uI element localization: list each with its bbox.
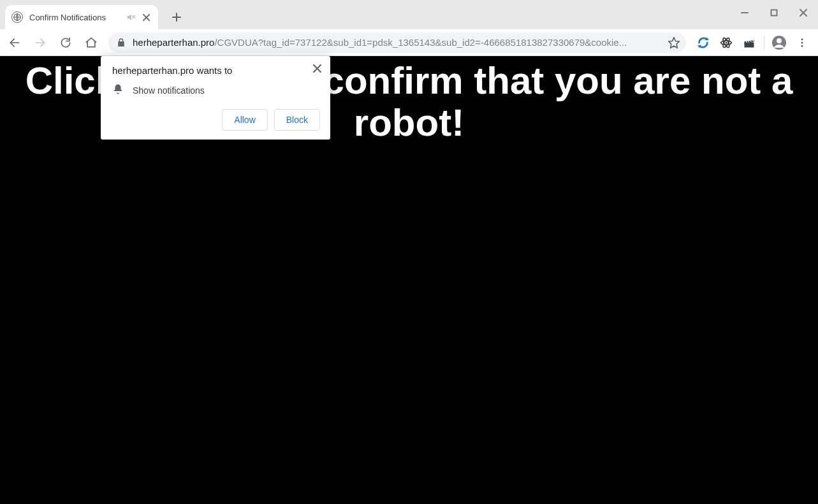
forward-button[interactable]: [29, 32, 51, 54]
popup-title: herheparterhan.pro wants to: [112, 65, 320, 76]
extension-atom-icon[interactable]: [715, 32, 737, 54]
reload-button[interactable]: [55, 32, 77, 54]
tab-close-button[interactable]: [140, 11, 152, 23]
back-button[interactable]: [4, 32, 26, 54]
popup-close-button[interactable]: [310, 61, 324, 75]
tab-title: Confirm Notifications: [29, 13, 125, 22]
bell-icon: [112, 83, 124, 97]
lock-icon[interactable]: [116, 38, 126, 48]
svg-rect-20: [745, 43, 754, 48]
toolbar-separator: [764, 36, 764, 50]
svg-point-25: [801, 45, 803, 47]
popup-item-label: Show notifications: [133, 85, 205, 96]
svg-point-23: [801, 38, 803, 40]
url-host: herheparterhan.pro: [133, 37, 214, 48]
window-maximize-button[interactable]: [759, 0, 789, 25]
window-close-button[interactable]: [789, 0, 818, 25]
home-button[interactable]: [80, 32, 102, 54]
profile-button[interactable]: [768, 32, 790, 54]
address-bar[interactable]: herheparterhan.pro/CGVDUA?tag_id=737122&…: [108, 32, 686, 53]
toolbar: herheparterhan.pro/CGVDUA?tag_id=737122&…: [0, 29, 818, 56]
svg-point-16: [726, 41, 727, 43]
window-minimize-button[interactable]: [730, 0, 759, 25]
svg-point-24: [801, 41, 803, 43]
block-button[interactable]: Block: [274, 109, 320, 131]
audio-muted-icon[interactable]: [125, 11, 136, 23]
allow-button[interactable]: Allow: [222, 109, 267, 131]
menu-button[interactable]: [791, 32, 813, 54]
svg-marker-13: [669, 37, 680, 48]
notification-permission-popup: herheparterhan.pro wants to Show notific…: [101, 56, 330, 140]
url-path: /CGVDUA?tag_id=737122&sub_id1=pdsk_13651…: [214, 37, 627, 48]
globe-icon: [11, 11, 23, 23]
extension-sync-icon[interactable]: [692, 32, 714, 54]
bookmark-star-button[interactable]: [664, 33, 683, 52]
svg-point-22: [777, 38, 782, 43]
browser-tab[interactable]: Confirm Notifications: [5, 5, 158, 29]
tab-strip: Confirm Notifications: [0, 0, 818, 29]
new-tab-button[interactable]: [167, 8, 186, 27]
extension-clapper-icon[interactable]: [738, 32, 760, 54]
svg-rect-1: [771, 10, 777, 16]
